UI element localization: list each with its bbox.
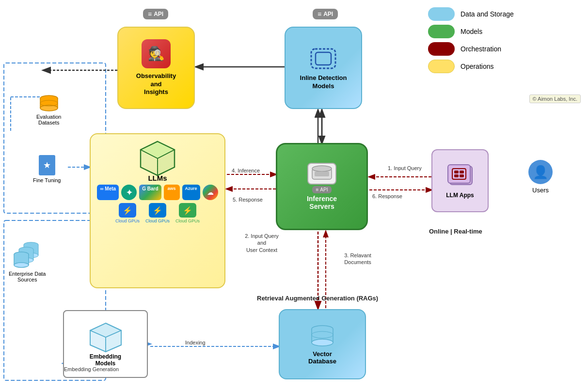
legend-label-orchestration: Orchestration — [461, 45, 501, 53]
observability-title: ObservabilityandInsights — [136, 72, 176, 97]
legend: Data and Storage Models Orchestration Op… — [428, 7, 583, 73]
legend-label-models: Models — [461, 28, 482, 35]
llm-apps-icon — [445, 163, 475, 190]
svg-rect-25 — [315, 172, 329, 176]
aws-brand: aws — [164, 185, 180, 200]
legend-item-data: Data and Storage — [428, 7, 583, 21]
embedding-generation-label: Embedding Generation — [64, 366, 119, 373]
users-label: Users — [532, 187, 549, 194]
legend-color-green — [428, 25, 455, 38]
legend-label-data: Data and Storage — [461, 10, 514, 18]
vector-db-icon — [309, 324, 336, 348]
architecture-diagram: Data and Storage Models Orchestration Op… — [0, 0, 588, 391]
step5-label: 5. Response — [233, 196, 263, 203]
step6-label: 6. Response — [372, 193, 402, 200]
enterprise-data-label: Enterprise DataSources — [9, 271, 46, 282]
vector-database-box: VectorDatabase — [279, 309, 366, 379]
inline-detection-title: Inline DetectionModels — [300, 74, 347, 91]
legend-item-models: Models — [428, 25, 583, 38]
inference-servers-box: ≡API InferenceServers — [276, 143, 368, 230]
legend-color-yellow — [428, 60, 455, 73]
enterprise-data-item: Enterprise DataSources — [9, 237, 46, 282]
step2-label: 2. Input QueryandUser Context — [238, 233, 286, 253]
fine-tuning-item: ★ Fine Tuning — [33, 155, 61, 183]
svg-rect-22 — [316, 52, 331, 65]
rag-label: Retrieval Augmented Generation (RAGs) — [257, 295, 378, 302]
users-icon: 👤 — [528, 160, 553, 184]
indexing-label: Indexing — [185, 339, 206, 346]
svg-point-35 — [312, 339, 333, 346]
openai-brand: ✦ — [121, 185, 137, 200]
inference-icon — [307, 163, 336, 185]
vector-db-title: VectorDatabase — [308, 350, 336, 365]
online-label: Online | Real-time — [429, 228, 482, 235]
enterprise-data-icon — [13, 237, 42, 269]
azure-brand: Azure — [182, 185, 200, 200]
llm-apps-title: LLM Apps — [446, 192, 474, 199]
evaluation-datasets-label: EvaluationDatasets — [36, 114, 61, 125]
copyright-label: © Aimon Labs, Inc. — [529, 94, 581, 103]
observability-box: 🕵️ ObservabilityandInsights — [117, 27, 195, 109]
llm-apps-box: LLM Apps — [431, 149, 489, 212]
bard-brand: G Bard — [139, 185, 161, 200]
cloud-gpu-2: ⚡ Cloud GPUs — [145, 203, 170, 223]
inline-detection-box: Inline DetectionModels — [285, 27, 362, 109]
cloud-gpu-3: ⚡ Cloud GPUs — [175, 203, 200, 223]
cloud-gpu-1: ⚡ Cloud GPUs — [115, 203, 140, 223]
step1-label: 1. Input Query — [388, 165, 422, 172]
embedding-models-title: EmbeddingModels — [90, 353, 121, 367]
fine-tuning-icon: ★ — [39, 155, 55, 175]
step4-label: 4. Inference — [232, 167, 260, 174]
users-item: 👤 Users — [528, 160, 553, 194]
api-badge-inline: ≡ API — [313, 9, 338, 19]
step3-label: 3. RelavantDocuments — [334, 252, 382, 266]
svg-point-64 — [14, 263, 29, 267]
inference-servers-title: InferenceServers — [307, 195, 337, 210]
legend-color-darkred — [428, 42, 455, 56]
api-badge-observability: ≡ API — [143, 9, 168, 19]
google-cloud-brand: ☁ — [203, 185, 218, 200]
evaluation-datasets-item: EvaluationDatasets — [36, 94, 61, 125]
meta-brand: ∞ Meta — [97, 185, 119, 200]
legend-item-orchestration: Orchestration — [428, 42, 583, 56]
legend-item-operations: Operations — [428, 60, 583, 73]
llms-title: LLMs — [148, 174, 167, 182]
llms-box: LLMs ∞ Meta ✦ G Bard aws Azure ☁ ⚡ Cloud… — [90, 133, 225, 288]
svg-point-24 — [312, 166, 332, 172]
legend-color-blue — [428, 7, 455, 21]
fine-tuning-label: Fine Tuning — [33, 177, 61, 183]
legend-label-operations: Operations — [461, 63, 493, 70]
